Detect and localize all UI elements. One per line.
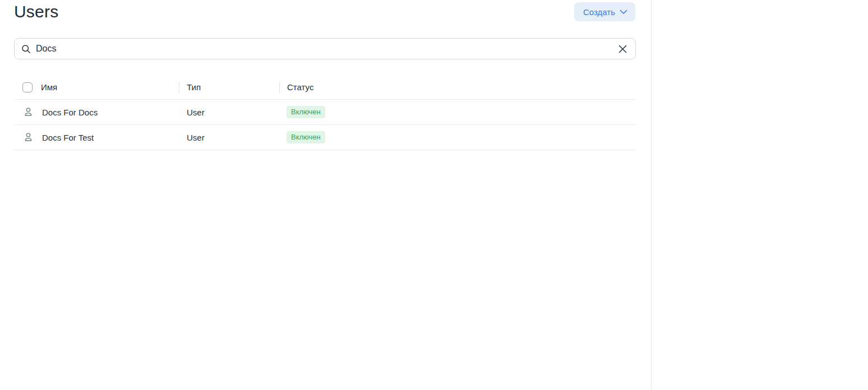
page-title: Users: [14, 0, 58, 24]
table-row[interactable]: Docs For Docs User Включен: [14, 100, 636, 125]
chevron-down-icon: [620, 10, 627, 15]
status-badge: Включен: [287, 131, 325, 143]
page-header: Users Создать: [14, 0, 636, 25]
select-all-checkbox[interactable]: [22, 82, 33, 92]
search-box: [14, 38, 636, 59]
name-cell: Docs For Docs: [14, 107, 179, 117]
column-header-label: Имя: [41, 82, 57, 92]
users-table: Имя Тип Статус Docs For Docs User Включе…: [14, 75, 636, 150]
search-input[interactable]: [36, 44, 617, 54]
search-icon: [21, 44, 31, 54]
column-divider: [279, 82, 280, 93]
clear-search-button[interactable]: [617, 43, 629, 55]
user-icon: [24, 132, 34, 142]
header-cell-type: Тип: [179, 82, 279, 92]
create-button[interactable]: Создать: [574, 2, 635, 21]
header-cell-name: Имя: [14, 82, 179, 92]
user-type: User: [179, 133, 279, 142]
header-cell-status: Статус: [279, 82, 636, 92]
name-cell: Docs For Test: [14, 132, 179, 142]
status-badge: Включен: [287, 106, 325, 118]
status-cell: Включен: [279, 106, 636, 118]
user-name: Docs For Test: [42, 133, 94, 142]
right-panel: [652, 0, 868, 390]
table-row[interactable]: Docs For Test User Включен: [14, 125, 636, 150]
user-name: Docs For Docs: [42, 108, 98, 117]
status-cell: Включен: [279, 131, 636, 143]
table-header-row: Имя Тип Статус: [14, 75, 636, 100]
user-type: User: [179, 108, 279, 117]
main-content: Users Создать Имя: [0, 0, 651, 390]
create-button-label: Создать: [583, 7, 615, 17]
column-divider: [179, 82, 179, 93]
user-icon: [24, 107, 34, 117]
